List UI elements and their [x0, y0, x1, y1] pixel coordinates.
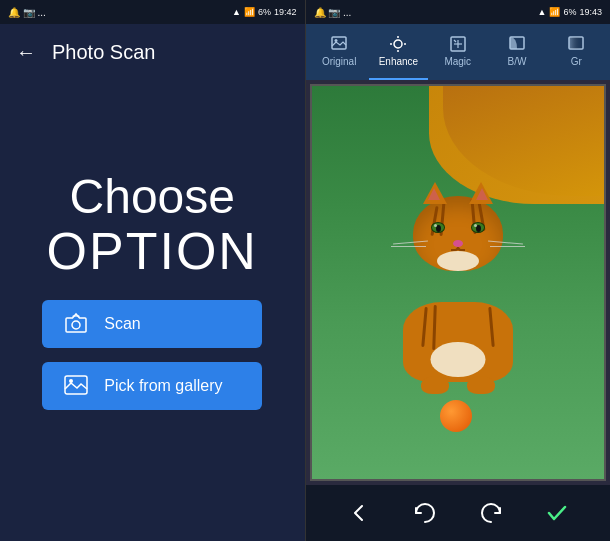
gallery-button[interactable]: Pick from gallery	[42, 362, 262, 410]
signal-icon: ▲	[232, 7, 241, 17]
status-bar-left: 🔔 📷 ... ▲ 📶 6% 19:42	[0, 0, 305, 24]
tab-magic-label: Magic	[444, 56, 471, 67]
page-title: Photo Scan	[52, 41, 155, 64]
tabs-bar: Original Enhance	[306, 24, 611, 80]
status-bar-right: 🔔 📷 ... ▲ 📶 6% 19:43	[306, 0, 611, 24]
time-left: 19:42	[274, 7, 297, 17]
gallery-icon	[62, 372, 90, 400]
tab-bw-label: B/W	[508, 56, 527, 67]
wifi-icon: 📶	[244, 7, 255, 17]
undo-button[interactable]	[405, 493, 445, 533]
choose-label: Choose	[47, 171, 258, 224]
notification-icons-right: 🔔 📷 ...	[314, 7, 352, 18]
tab-original-label: Original	[322, 56, 356, 67]
original-icon	[330, 35, 348, 53]
wifi-icon-right: 📶	[549, 7, 560, 17]
svg-rect-16	[569, 37, 583, 49]
svg-point-2	[69, 379, 73, 383]
tab-gr-label: Gr	[571, 56, 582, 67]
header-left: ← Photo Scan	[0, 24, 305, 80]
tab-enhance[interactable]: Enhance	[369, 24, 428, 80]
battery-icon-right: 6%	[563, 7, 576, 17]
svg-point-4	[335, 39, 338, 42]
image-container	[306, 80, 611, 485]
option-buttons: Scan Pick from gallery	[42, 300, 262, 410]
bottom-bar	[306, 485, 611, 541]
signal-icon-right: ▲	[538, 7, 547, 17]
camera-icon	[62, 310, 90, 338]
choose-option-heading: Choose OPTION	[47, 171, 258, 281]
svg-line-13	[454, 40, 456, 42]
gallery-label: Pick from gallery	[104, 377, 222, 395]
status-icons-left: ▲ 📶 6% 19:42	[232, 7, 296, 17]
scan-label: Scan	[104, 315, 140, 333]
gr-icon	[567, 35, 585, 53]
bw-icon	[508, 35, 526, 53]
left-content: Choose OPTION Scan	[0, 80, 305, 541]
photo-frame	[310, 84, 607, 481]
confirm-button[interactable]	[537, 493, 577, 533]
svg-point-0	[72, 321, 80, 329]
tab-original[interactable]: Original	[310, 24, 369, 80]
status-icons-right: ▲ 📶 6% 19:43	[538, 7, 602, 17]
notification-icons-left: 🔔 📷 ...	[8, 7, 46, 18]
tab-bw[interactable]: B/W	[487, 24, 546, 80]
right-panel: 🔔 📷 ... ▲ 📶 6% 19:43 Original	[306, 0, 611, 541]
back-button-right[interactable]	[339, 493, 379, 533]
redo-button[interactable]	[471, 493, 511, 533]
time-right: 19:43	[579, 7, 602, 17]
tab-gr[interactable]: Gr	[547, 24, 606, 80]
tab-enhance-label: Enhance	[379, 56, 418, 67]
battery-icon: 6%	[258, 7, 271, 17]
svg-point-5	[394, 40, 402, 48]
scan-button[interactable]: Scan	[42, 300, 262, 348]
back-button-left[interactable]: ←	[16, 41, 36, 64]
option-label: OPTION	[47, 223, 258, 280]
left-panel: 🔔 📷 ... ▲ 📶 6% 19:42 ← Photo Scan Choose…	[0, 0, 305, 541]
tab-magic[interactable]: Magic	[428, 24, 487, 80]
enhance-icon	[389, 35, 407, 53]
cat-photo	[312, 86, 605, 479]
magic-icon	[449, 35, 467, 53]
